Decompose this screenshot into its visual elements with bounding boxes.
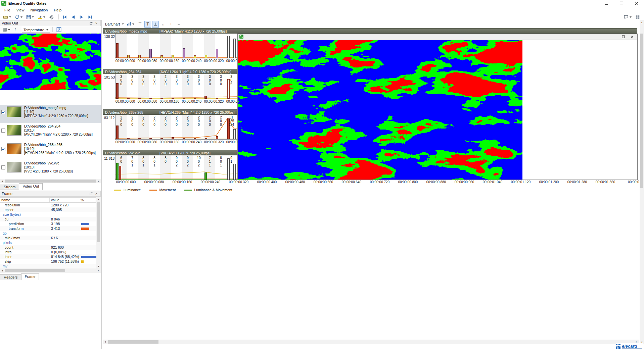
close-panel-icon[interactable]: × <box>94 21 99 26</box>
stream-list-item[interactable]: D:/videos/bbb_265e.265[10:10][HEVC/H.265… <box>0 142 101 160</box>
marker-button[interactable] <box>36 14 47 20</box>
row-value: 1280 x 720 <box>51 203 68 207</box>
labels-bottom-toggle[interactable]: ⊥ <box>152 21 159 28</box>
stream-path: D:/videos/bbb_264.264 <box>24 124 100 129</box>
minimize-button[interactable] <box>599 0 614 7</box>
float-panel-icon[interactable] <box>88 191 94 196</box>
time-tick: 00:00:00.240 <box>181 100 203 103</box>
menu-file[interactable]: File <box>1 7 13 13</box>
scroll-down-icon[interactable]: ▾ <box>96 264 101 268</box>
frame-bar <box>216 136 218 139</box>
labels-top-toggle[interactable]: ⊤ <box>137 21 143 28</box>
frame-bar <box>127 138 130 139</box>
scroll-left-icon[interactable]: ◂ <box>0 268 4 273</box>
column-header-value[interactable]: value <box>50 198 79 202</box>
settings-button[interactable] <box>48 14 55 20</box>
frame-values: 300 <box>117 75 125 86</box>
column-header-%[interactable]: % <box>79 198 95 202</box>
open-folder-icon <box>3 15 8 19</box>
save-button[interactable] <box>25 14 35 20</box>
menu-navigation[interactable]: Navigation <box>27 7 51 13</box>
scroll-thumb[interactable] <box>97 202 100 242</box>
scroll-thumb[interactable] <box>5 269 65 272</box>
scroll-thumb[interactable] <box>108 340 158 344</box>
tab-stream[interactable]: Stream <box>0 184 19 190</box>
current-frame-values: 31185114 <box>226 115 237 127</box>
last-frame-button[interactable] <box>86 14 94 20</box>
close-button[interactable] <box>629 0 644 7</box>
labels-middle-toggle[interactable]: T <box>144 21 151 28</box>
time-tick: 00:00:00.000 <box>114 100 136 103</box>
scroll-left-icon[interactable]: ◂ <box>103 340 107 344</box>
maximize-video-button[interactable] <box>619 34 627 40</box>
stream-list-item[interactable]: D:/videos/bbb_vvc.vvc[10:10][VVC 4:2:0 1… <box>0 160 101 179</box>
video-window-titlebar[interactable] <box>238 34 637 40</box>
close-panel-icon[interactable]: × <box>94 191 99 196</box>
fit-width-button[interactable]: ↔ <box>160 21 167 28</box>
temperature-map-video <box>238 40 522 180</box>
stream-path: D:/videos/bbb_265e.265 <box>24 143 100 147</box>
menu-view[interactable]: View <box>13 7 28 13</box>
detach-view-button[interactable] <box>55 27 63 33</box>
frame-values: 300 <box>128 75 136 86</box>
frame-bar <box>194 55 196 58</box>
time-tick: 00:00:00.160 <box>158 100 181 103</box>
tab-frame[interactable]: Frame <box>21 273 39 280</box>
prev-frame-button[interactable] <box>70 14 77 20</box>
time-axis-label: 00:00:01.360 <box>591 180 619 184</box>
layout-grid-icon <box>635 15 640 19</box>
tab-headers[interactable]: Headers <box>0 274 21 280</box>
function-button[interactable]: f <box>12 27 19 33</box>
grid-overlay-button[interactable] <box>1 27 11 33</box>
frame-bar <box>194 98 196 99</box>
frame-bar <box>116 126 119 139</box>
stream-thumbnail <box>7 162 21 172</box>
scroll-up-icon[interactable]: ▴ <box>640 20 644 24</box>
chart-vscrollbar[interactable]: ▴ ▾ <box>640 20 644 344</box>
row-percent-bar <box>81 260 84 263</box>
open-button[interactable] <box>2 14 12 20</box>
scroll-thumb[interactable] <box>5 180 96 183</box>
scroll-up-icon[interactable]: ▴ <box>96 197 101 202</box>
stream-info: D:/videos/bbb_vvc.vvc[10:10][VVC 4:2:0 1… <box>24 161 100 173</box>
zoom-out-button[interactable]: − <box>175 21 182 28</box>
float-panel-icon[interactable] <box>88 21 94 26</box>
scroll-thumb[interactable] <box>640 34 643 188</box>
next-frame-icon <box>79 15 84 19</box>
frame-values: 300 <box>184 75 192 86</box>
tab-video-out[interactable]: Video Out <box>19 183 43 190</box>
view-mode-value: Temperature <box>24 28 44 32</box>
close-video-button[interactable] <box>628 34 636 40</box>
table-row: prediction3 198 <box>0 221 96 226</box>
maximize-button[interactable] <box>614 0 629 7</box>
frame-table-vscrollbar[interactable]: ▴ ▾ <box>96 197 101 268</box>
first-frame-button[interactable] <box>61 14 68 20</box>
stream-list-item[interactable]: D:/videos/bbb_264.264[10:10][AVC/H.264 "… <box>0 123 101 142</box>
stream-list-hscrollbar[interactable]: ◂ ▸ <box>0 179 101 183</box>
frame-tabbar: HeadersFrame <box>0 273 101 280</box>
chart-style-button[interactable] <box>125 21 136 28</box>
chart-hscrollbar[interactable]: ◂ ▸ <box>103 340 639 344</box>
zoom-in-button[interactable]: + <box>168 21 174 28</box>
chart-type-select[interactable]: BarChart <box>104 21 125 27</box>
stream-info: D:/videos/bbb_264.264[10:10][AVC/H.264 "… <box>24 124 100 137</box>
frame-table-hscrollbar[interactable]: ◂ ▸ <box>0 268 101 273</box>
next-frame-button[interactable] <box>78 14 85 20</box>
scroll-left-icon[interactable]: ◂ <box>0 179 4 183</box>
stream-checkbox[interactable] <box>1 165 5 169</box>
frame-bar <box>183 48 185 58</box>
grid-small-icon <box>3 28 7 32</box>
stream-checkbox[interactable] <box>1 147 5 151</box>
column-header-name[interactable]: name <box>0 198 50 202</box>
layout-button[interactable] <box>634 14 641 20</box>
stream-list-item[interactable]: D:/videos/bbb_mpeg2.mpg[11:10][MPEG2 "Ma… <box>0 105 101 123</box>
main-toolbar <box>0 13 644 21</box>
scroll-right-icon[interactable]: ▸ <box>96 268 101 273</box>
menu-help[interactable]: Help <box>51 7 64 13</box>
view-mode-select[interactable]: Temperature <box>22 27 50 33</box>
stream-checkbox[interactable] <box>1 129 5 133</box>
scroll-right-icon[interactable]: ▸ <box>96 179 101 183</box>
stream-checkbox[interactable] <box>1 110 5 114</box>
comments-button[interactable] <box>622 14 633 20</box>
undo-button[interactable] <box>13 14 24 20</box>
